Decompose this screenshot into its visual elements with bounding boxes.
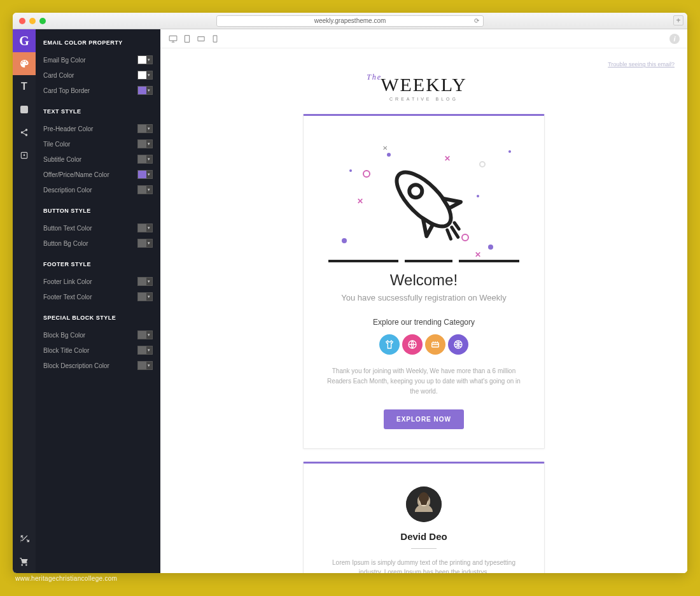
welcome-card: ✕ ✕ ✕ ✕ [303, 114, 545, 449]
category-icons [319, 334, 529, 355]
property-label: Block Title Color [43, 347, 89, 354]
app-logo: G [13, 29, 36, 52]
section-header: FOOTER STYLE [36, 251, 160, 274]
property-row: Button Bg Color▾ [36, 236, 160, 251]
color-swatch-control[interactable]: ▾ [137, 185, 153, 194]
property-row: Block Description Color▾ [36, 358, 160, 373]
url-text: weekly.grapestheme.com [314, 16, 386, 26]
svg-point-8 [488, 245, 493, 250]
svg-point-10 [387, 153, 391, 157]
info-icon[interactable]: i [669, 34, 680, 44]
color-swatch-control[interactable]: ▾ [137, 71, 153, 80]
canvas-scroll[interactable]: Trouble seeing this email? The WEEKLY CR… [160, 48, 687, 573]
chevron-down-icon: ▾ [146, 71, 152, 79]
color-swatch-control[interactable]: ▾ [137, 223, 153, 232]
color-swatch-control[interactable]: ▾ [137, 330, 153, 339]
color-swatch [138, 331, 146, 339]
shuffle-icon [19, 534, 29, 544]
avatar [406, 486, 442, 522]
url-bar[interactable]: weekly.grapestheme.com ⟳ [216, 15, 484, 27]
rail-shuffle[interactable] [13, 527, 36, 550]
svg-point-6 [342, 238, 347, 243]
device-mobile-icon[interactable] [210, 34, 220, 44]
rail-blocks[interactable] [13, 98, 36, 121]
chevron-down-icon: ▾ [146, 125, 152, 132]
color-swatch [138, 171, 146, 178]
category-apparel-icon[interactable] [379, 334, 400, 355]
color-swatch-control[interactable]: ▾ [137, 277, 153, 286]
property-label: Footer Link Color [43, 278, 92, 285]
properties-panel: EMAIL COLOR PROPERTYEmail Bg Color▾Card … [36, 29, 160, 573]
color-swatch-control[interactable]: ▾ [137, 361, 153, 370]
svg-rect-3 [198, 36, 204, 41]
chevron-down-icon: ▾ [146, 186, 152, 194]
new-tab-button[interactable]: + [673, 15, 683, 25]
chevron-down-icon: ▾ [146, 56, 152, 64]
property-label: Subtitle Color [43, 156, 81, 163]
reload-icon[interactable]: ⟳ [474, 16, 479, 26]
minimize-window-icon[interactable] [29, 18, 36, 24]
color-swatch [138, 346, 146, 354]
property-label: Tile Color [43, 141, 70, 148]
rail-cart[interactable] [13, 550, 36, 573]
color-swatch-control[interactable]: ▾ [137, 155, 153, 164]
square-icon [20, 106, 28, 113]
color-swatch-control[interactable]: ▾ [137, 86, 153, 95]
maximize-window-icon[interactable] [39, 18, 46, 24]
color-swatch-control[interactable]: ▾ [137, 292, 153, 301]
property-row: Block Title Color▾ [36, 343, 160, 358]
rail-share[interactable] [13, 121, 36, 144]
section-header: EMAIL COLOR PROPERTY [36, 29, 160, 52]
rail-styles[interactable] [13, 52, 36, 75]
logo-prefix: The [367, 73, 382, 82]
property-label: Footer Text Color [43, 294, 92, 301]
rocket-illustration: ✕ ✕ ✕ ✕ [319, 132, 529, 266]
canvas-area: i Trouble seeing this email? The WEEKLY … [160, 29, 687, 573]
chevron-down-icon: ▾ [146, 278, 152, 285]
property-row: Email Bg Color▾ [36, 52, 160, 67]
explore-button[interactable]: EXPLORE NOW [384, 409, 464, 429]
category-sports-icon[interactable] [402, 334, 423, 355]
close-window-icon[interactable] [19, 18, 25, 24]
color-swatch-control[interactable]: ▾ [137, 55, 153, 64]
color-swatch-control[interactable]: ▾ [137, 170, 153, 179]
palette-icon [19, 59, 29, 69]
color-swatch-control[interactable]: ▾ [137, 124, 153, 133]
property-row: Footer Text Color▾ [36, 289, 160, 304]
preheader-link[interactable]: Trouble seeing this email? [608, 61, 675, 67]
property-label: Block Description Color [43, 362, 109, 369]
property-label: Pre-Header Color [43, 125, 93, 132]
device-desktop-icon[interactable] [168, 34, 178, 44]
chevron-down-icon: ▾ [146, 224, 152, 232]
property-row: Subtitle Color▾ [36, 152, 160, 167]
svg-point-17 [480, 162, 485, 167]
browser-window: weekly.grapestheme.com ⟳ + G T [13, 13, 687, 573]
color-swatch [138, 125, 146, 132]
chevron-down-icon: ▾ [146, 171, 152, 178]
category-travel-icon[interactable] [448, 334, 468, 355]
svg-point-5 [349, 169, 352, 172]
rail-export[interactable] [13, 144, 36, 167]
property-label: Card Color [43, 72, 74, 79]
property-row: Offer/Price/Name Color▾ [36, 167, 160, 182]
author-description: Lorem Ipsum is simply dummy text of the … [319, 558, 529, 573]
device-tablet-icon[interactable] [182, 34, 192, 44]
email-logo: The WEEKLY CREATIVE BLOG [381, 74, 467, 101]
category-food-icon[interactable] [425, 334, 445, 355]
divider [411, 548, 437, 549]
color-swatch [138, 224, 146, 232]
welcome-subtitle: You have sucsessfully registration on We… [319, 293, 529, 302]
thank-you-text: Thank you for joining with Weekly, We ha… [319, 366, 529, 397]
color-swatch-control[interactable]: ▾ [137, 139, 153, 148]
device-mobile-landscape-icon[interactable] [196, 34, 206, 44]
rail-typography[interactable]: T [13, 75, 36, 98]
svg-rect-1 [169, 36, 177, 41]
svg-point-11 [462, 234, 468, 241]
color-swatch-control[interactable]: ▾ [137, 346, 153, 355]
welcome-title: Welcome! [319, 271, 529, 289]
chevron-down-icon: ▾ [146, 362, 152, 369]
svg-rect-4 [213, 35, 217, 41]
section-header: SPECIAL BLOCK STYLE [36, 304, 160, 327]
color-swatch-control[interactable]: ▾ [137, 239, 153, 248]
svg-point-7 [508, 150, 511, 153]
